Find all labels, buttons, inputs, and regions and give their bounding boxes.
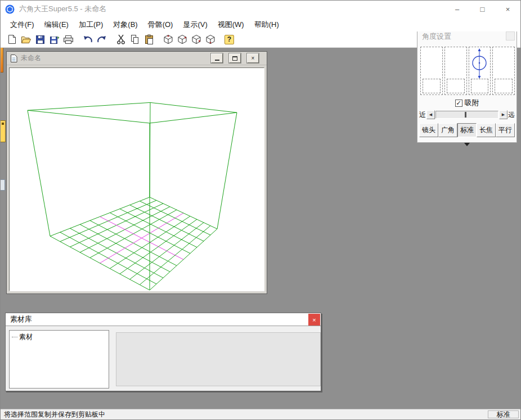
standard-button[interactable]: 标准: [457, 123, 477, 137]
hex-view-2-button[interactable]: [175, 33, 189, 47]
copy-pages-icon: [130, 34, 140, 44]
focus-slider[interactable]: [435, 111, 498, 119]
angle-preset-1[interactable]: [420, 47, 443, 95]
hex-view-3-button[interactable]: [189, 33, 203, 47]
parallel-button[interactable]: 平行: [496, 123, 515, 137]
cut-button[interactable]: [114, 33, 128, 47]
viewport-canvas[interactable]: [9, 67, 264, 291]
docked-palette-fragment: [1, 47, 3, 73]
hex-cube-icon: [191, 34, 201, 44]
slider-left-button[interactable]: ◀: [426, 110, 435, 119]
angle-presets: [420, 47, 515, 95]
menu-item-edit[interactable]: 编辑(E): [39, 18, 74, 31]
menubar: 文件(F) 编辑(E) 加工(P) 对象(B) 骨骼(O) 显示(V) 视图(W…: [1, 17, 520, 31]
copy-button[interactable]: [128, 33, 142, 47]
angle-preset-4-slot[interactable]: [495, 79, 513, 93]
lens-button[interactable]: 镜头: [419, 123, 438, 137]
docked-palette-fragment: [1, 179, 5, 191]
save-floppy-icon: [35, 35, 45, 44]
angle-preset-4[interactable]: [492, 47, 515, 95]
app-logo-icon: [5, 4, 15, 14]
save-button[interactable]: [33, 33, 47, 47]
menu-item-bone[interactable]: 骨骼(O): [143, 18, 178, 31]
new-button[interactable]: [5, 33, 19, 47]
far-label: 远: [508, 110, 515, 120]
panel-expand-handle[interactable]: [464, 143, 470, 146]
scissors-icon: [117, 34, 125, 44]
angle-settings-panel: 角度设置 ✓ 吸附 近 ◀: [417, 29, 517, 143]
save-as-button[interactable]: [47, 33, 61, 47]
menu-item-view[interactable]: 视图(W): [213, 18, 249, 31]
open-button[interactable]: [19, 33, 33, 47]
document-titlebar[interactable]: 未命名 ×: [7, 52, 267, 65]
document-close-button[interactable]: ×: [247, 53, 259, 63]
near-label: 近: [419, 110, 426, 120]
menu-item-display[interactable]: 显示(V): [178, 18, 212, 31]
statusbar: 将选择范围复制并保存到剪贴板中 标准: [1, 409, 520, 419]
document-window: 未命名 ×: [6, 51, 267, 294]
window-controls: – □ ×: [444, 1, 520, 17]
status-mode-field: 标准: [488, 410, 519, 418]
open-folder-icon: [21, 35, 32, 44]
snap-label: 吸附: [465, 98, 479, 108]
tree-item-material[interactable]: 素材: [12, 332, 106, 342]
clipboard-paste-icon: [145, 34, 154, 44]
document-window-controls: ×: [211, 53, 259, 63]
status-message: 将选择范围复制并保存到剪贴板中: [4, 410, 105, 419]
undo-arrow-icon: [83, 35, 93, 44]
hex-view-1-button[interactable]: [161, 33, 175, 47]
material-tree[interactable]: 素材: [9, 330, 109, 389]
undo-button[interactable]: [80, 33, 95, 47]
angle-preset-3[interactable]: [469, 47, 491, 95]
rotation-gizmo-icon: [470, 48, 489, 79]
snap-row: ✓ 吸附: [417, 98, 516, 108]
wireframe-cube: [10, 68, 264, 291]
snap-checkbox[interactable]: ✓: [455, 100, 462, 107]
hex-cube-icon: [177, 34, 187, 44]
tree-branch-icon: [12, 337, 17, 337]
angle-preset-2[interactable]: [444, 47, 467, 95]
print-icon: [63, 35, 74, 44]
maximize-button[interactable]: □: [470, 1, 495, 17]
menu-item-object[interactable]: 对象(B): [108, 18, 142, 31]
lens-buttons: 镜头 广角 标准 长焦 平行: [419, 123, 515, 137]
help-button[interactable]: ?: [222, 33, 236, 47]
menu-item-process[interactable]: 加工(P): [74, 18, 108, 31]
minimize-icon: [215, 60, 219, 61]
material-library-panel: 素材库 × 素材: [5, 313, 321, 391]
wide-angle-button[interactable]: 广角: [438, 123, 457, 137]
window-title: 六角大王Super5.5 - 未命名: [19, 4, 106, 14]
document-maximize-button[interactable]: [229, 53, 241, 63]
material-preview-area[interactable]: [116, 332, 321, 386]
angle-preset-2-slot[interactable]: [447, 79, 465, 93]
save-as-floppy-icon: [50, 35, 60, 44]
redo-arrow-icon: [97, 35, 107, 44]
docked-palette-fragment: [1, 120, 6, 142]
angle-preset-3-slot[interactable]: [471, 79, 489, 93]
document-icon: [10, 55, 17, 62]
hex-cube-icon: [163, 34, 173, 44]
help-icon: ?: [224, 35, 234, 44]
angle-panel-close-button[interactable]: [506, 31, 515, 40]
titlebar: 六角大王Super5.5 - 未命名 – □ ×: [1, 1, 520, 17]
minimize-button[interactable]: –: [444, 1, 470, 17]
material-panel-close-button[interactable]: ×: [308, 314, 320, 326]
angle-preset-1-slot[interactable]: [423, 79, 441, 93]
print-button[interactable]: [61, 33, 75, 47]
new-document-icon: [7, 34, 17, 44]
tree-item-label: 素材: [19, 332, 33, 342]
document-minimize-button[interactable]: [211, 53, 223, 63]
document-title: 未命名: [21, 53, 41, 63]
material-panel-title[interactable]: 素材库: [6, 313, 321, 326]
telephoto-button[interactable]: 长焦: [477, 123, 496, 137]
menu-item-file[interactable]: 文件(F): [5, 18, 39, 31]
paste-button[interactable]: [142, 33, 156, 47]
slider-right-button[interactable]: ▶: [499, 110, 507, 119]
app-window: 六角大王Super5.5 - 未命名 – □ × 文件(F) 编辑(E) 加工(…: [0, 0, 521, 420]
menu-item-help[interactable]: 帮助(H): [249, 18, 284, 31]
document-frame: [7, 65, 267, 293]
close-button[interactable]: ×: [495, 1, 520, 17]
hex-view-4-button[interactable]: [203, 33, 217, 47]
redo-button[interactable]: [95, 33, 109, 47]
slider-thumb[interactable]: [465, 112, 466, 118]
